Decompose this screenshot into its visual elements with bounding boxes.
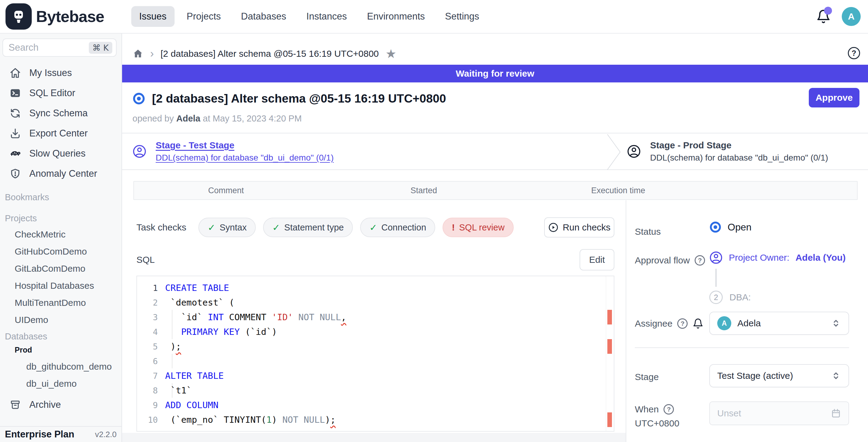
main-content: › [2 databases] Alter schema @05-15 16:1… [122,34,868,442]
nav-item-projects[interactable]: Projects [179,6,229,27]
approval-flow-label: Approval flow [635,255,690,265]
sidebar-project-githubcomdemo[interactable]: GitHubComDemo [0,243,121,260]
sidebar-item-archive[interactable]: Archive [0,395,121,415]
stage-select[interactable]: Test Stage (active) [709,364,849,387]
code-line: 2 `demotest` ( [137,295,614,310]
error-mark [607,310,612,324]
sidebar-database-db-ui-demo[interactable]: db_ui_demo [0,375,121,392]
user-avatar[interactable]: A [842,7,861,26]
nav-item-issues[interactable]: Issues [131,6,175,27]
sidebar-project-hospital-databases[interactable]: Hospital Databases [0,277,121,294]
sidebar-item-label: Anomaly Center [29,168,97,179]
help-icon[interactable]: ? [663,404,674,414]
assignee-avatar-initial: A [722,319,727,327]
line-number: 10 [137,415,165,424]
panel-divider-line [635,347,849,348]
nav-item-settings[interactable]: Settings [437,6,487,27]
sidebar-project-checkmetric[interactable]: CheckMetric [0,226,121,243]
stage-name-link[interactable]: Stage - Test Stage [156,140,334,151]
code-lines: 1CREATE TABLE2 `demotest` (3 `id` INT CO… [137,276,614,427]
when-label-row: When ? [635,404,674,414]
stage-test[interactable]: Stage - Test Stage DDL(schema) for datab… [132,133,334,169]
help-icon[interactable]: ? [677,318,688,329]
code-token: `t1` [165,385,192,396]
sidebar-project-multitenantdemo[interactable]: MultiTenantDemo [0,294,121,311]
review-status-banner: Waiting for review [122,65,868,83]
sidebar-item-sql-editor[interactable]: SQL Editor [0,83,121,103]
nav-item-instances[interactable]: Instances [299,6,355,27]
sidebar-database-db-githubcom-demo[interactable]: db_githubcom_demo [0,358,121,375]
sidebar-item-anomaly-center[interactable]: Anomaly Center [0,164,121,184]
assignee-label-row: Assignee ? [635,318,704,329]
help-button[interactable]: ? [848,47,860,59]
sidebar-section-databases: Databases [0,332,121,342]
nav-item-databases[interactable]: Databases [233,6,294,27]
shield-icon [9,167,21,180]
check-pill-connection[interactable]: ✓Connection [360,218,435,237]
sql-editor[interactable]: 1CREATE TABLE2 `demotest` (3 `id` INT CO… [136,276,614,432]
code-token: ) [325,414,330,425]
search-box[interactable]: ⌘ K [2,38,117,57]
check-pill-sql-review[interactable]: !SQL review [442,218,514,237]
bytebase-app: Bytebase IssuesProjectsDatabasesInstance… [0,0,868,442]
brand-name: Bytebase [36,7,104,26]
line-number: 2 [137,298,165,307]
sidebar-project-gitlabcomdemo[interactable]: GitLabComDemo [0,260,121,277]
code-line: 7ALTER TABLE [137,369,614,383]
top-header: Bytebase IssuesProjectsDatabasesInstance… [0,0,868,34]
error-mark [607,412,612,427]
code-text: `id` INT COMMENT 'ID' NOT NULL, [165,312,346,322]
code-token: COMMENT [224,312,272,322]
sidebar-item-export-center[interactable]: Export Center [0,123,121,144]
approver-user-icon [709,251,723,264]
when-timezone-row: UTC+0800 [635,418,679,429]
chevron-right-icon: › [150,48,154,59]
approve-button[interactable]: Approve [809,88,860,107]
plan-footer: Enterprise Plan v2.2.0 [0,426,121,442]
check-pill-statement-type[interactable]: ✓Statement type [263,218,353,237]
task-table-header: Comment Started Execution time [133,181,858,200]
code-line: 5 ); [137,339,614,354]
code-line: 4 PRIMARY KEY (`id`) [137,324,614,339]
star-icon[interactable]: ★ [385,48,397,60]
issue-author[interactable]: Adela [177,114,200,123]
stage-task-link[interactable]: DDL(schema) for database "db_ui_demo" (0… [156,153,334,163]
approval-user[interactable]: Adela (You) [795,252,845,263]
app-logo[interactable]: Bytebase [0,3,122,30]
nav-item-environments[interactable]: Environments [359,6,433,27]
check-pill-list: ✓Syntax✓Statement type✓Connection!SQL re… [198,218,514,237]
select-chevrons-icon [831,371,841,381]
code-line: 3 `id` INT COMMENT 'ID' NOT NULL, [137,310,614,324]
run-checks-button[interactable]: Run checks [544,217,614,238]
home-icon[interactable] [132,48,144,59]
sidebar-project-uidemo[interactable]: UIDemo [0,311,121,328]
sidebar: ⌘ K My Issues SQL Ed [0,34,122,442]
check-pill-syntax[interactable]: ✓Syntax [198,218,256,237]
search-input[interactable] [8,42,89,53]
when-datetime-input[interactable]: Unset [709,401,849,425]
status-label: Status [635,226,661,237]
sidebar-item-my-issues[interactable]: My Issues [0,63,121,83]
search-shortcut-badge: ⌘ K [89,42,112,54]
code-token: ) [272,414,282,425]
stage-name: Stage - Prod Stage [650,140,828,151]
when-label: When [635,404,659,414]
assignee-select[interactable]: A Adela [709,312,849,335]
sidebar-item-label: SQL Editor [29,88,75,99]
stage-select-value: Test Stage (active) [717,371,793,381]
sidebar-menu: My Issues SQL Editor [0,63,121,415]
sidebar-section-projects: Projects [0,213,121,223]
notify-bell-icon[interactable] [692,318,704,329]
sidebar-item-label: Sync Schema [29,108,88,119]
sidebar-item-sync-schema[interactable]: Sync Schema [0,103,121,123]
approval-step-number: 2 [709,291,723,304]
code-token: `id` [165,312,208,322]
edit-sql-button[interactable]: Edit [580,249,614,271]
sidebar-item-slow-queries[interactable]: Slow Queries [0,144,121,164]
stage-prod[interactable]: Stage - Prod Stage DDL(schema) for datab… [627,133,828,169]
code-line: 10 (`emp_no` TINYINT(1) NOT NULL); [137,412,614,427]
help-icon[interactable]: ? [695,255,705,265]
column-started: Started [410,182,437,199]
notifications-button[interactable] [816,9,831,24]
code-token: (`id`) [240,327,277,337]
